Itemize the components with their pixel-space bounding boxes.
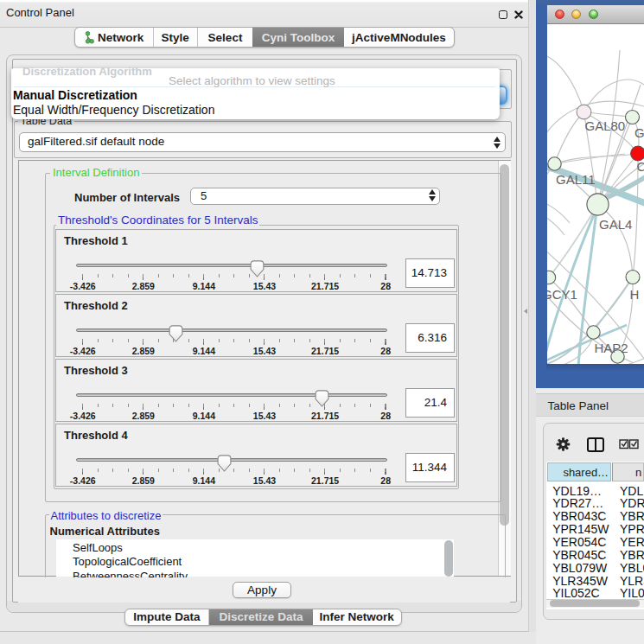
- svg-text:G.: G.: [634, 125, 644, 140]
- svg-text:HAP2: HAP2: [594, 340, 628, 354]
- svg-text:GAL80: GAL80: [584, 118, 625, 133]
- svg-text:GAL4: GAL4: [599, 217, 632, 232]
- svg-text:GAL11: GAL11: [556, 172, 596, 187]
- svg-text:H: H: [629, 286, 639, 301]
- svg-text:GCY1: GCY1: [547, 286, 577, 301]
- svg-text:C: C: [636, 158, 644, 173]
